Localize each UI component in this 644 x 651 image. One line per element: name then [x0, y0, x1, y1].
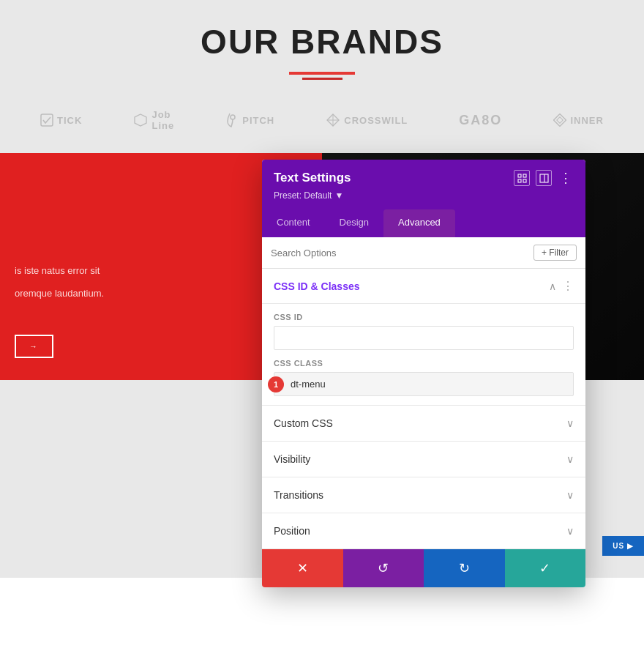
brands-row: TICK JobLine PITCH CROSSWILL GA8O INNER: [0, 94, 644, 146]
custom-css-title: Custom CSS: [274, 417, 333, 429]
svg-rect-11: [523, 179, 526, 182]
reset-icon: ↺: [378, 560, 389, 576]
crosswill-icon: [326, 113, 340, 127]
brand-inner-label: INNER: [570, 115, 603, 126]
preset-label: Preset: Default: [274, 190, 332, 201]
filter-label: + Filter: [542, 248, 569, 258]
svg-rect-6: [554, 114, 566, 127]
css-class-label: CSS Class: [274, 359, 574, 368]
visibility-title: Visibility: [274, 453, 310, 465]
settings-panel: Text Settings ⋮ Preset: Default ▼ Conten…: [262, 160, 585, 587]
save-icon: ✓: [539, 560, 550, 576]
svg-rect-8: [518, 174, 521, 177]
brand-jobline: JobLine: [133, 109, 174, 131]
css-section-dots[interactable]: ⋮: [562, 279, 574, 293]
section-header-icons: ∧ ⋮: [549, 279, 574, 293]
svg-rect-9: [523, 174, 526, 177]
expand-icon[interactable]: [514, 170, 530, 186]
position-chevron: ∨: [566, 525, 574, 537]
visibility-chevron: ∨: [566, 453, 574, 465]
custom-css-header[interactable]: Custom CSS ∨: [262, 406, 585, 441]
panel-title: Text Settings: [274, 171, 351, 185]
brand-pitch-label: PITCH: [242, 115, 274, 126]
css-id-classes-header[interactable]: CSS ID & Classes ∧ ⋮: [262, 269, 585, 304]
brand-pitch: PITCH: [225, 112, 274, 128]
panel-preset[interactable]: Preset: Default ▼: [274, 190, 574, 201]
svg-rect-10: [518, 179, 521, 182]
css-class-badge: 1: [268, 376, 284, 393]
css-class-input[interactable]: [274, 372, 574, 396]
panel-header: Text Settings ⋮ Preset: Default ▼: [262, 160, 585, 209]
brand-inner: INNER: [553, 114, 603, 127]
red-panel-btn[interactable]: →: [15, 335, 53, 358]
visibility-section: Visibility ∨: [262, 442, 585, 477]
panel-tabs: Content Design Advanced: [262, 209, 585, 237]
layout-icon[interactable]: [536, 170, 552, 186]
css-class-wrapper: 1: [274, 372, 574, 396]
svg-marker-1: [135, 114, 146, 126]
brand-ga80: GA8O: [459, 113, 502, 128]
brand-crosswill-label: CROSSWILL: [344, 115, 408, 126]
css-id-classes-title: CSS ID & Classes: [274, 280, 360, 292]
redo-button[interactable]: ↻: [424, 549, 505, 587]
right-blue-btn[interactable]: US ▶: [602, 536, 644, 556]
page-title: OUR BRANDS: [0, 22, 644, 62]
css-id-classes-content: CSS ID CSS Class 1: [262, 304, 585, 406]
custom-css-section: Custom CSS ∨: [262, 406, 585, 442]
panel-search: + Filter: [262, 237, 585, 269]
visibility-header[interactable]: Visibility ∨: [262, 442, 585, 477]
brand-crosswill: CROSSWILL: [326, 113, 408, 127]
brand-ga80-label: GA8O: [459, 113, 502, 128]
search-input[interactable]: [271, 248, 533, 258]
reset-button[interactable]: ↺: [343, 549, 424, 587]
pitch-icon: [225, 112, 239, 128]
panel-header-top: Text Settings ⋮: [274, 170, 574, 186]
transitions-chevron: ∨: [566, 489, 574, 501]
css-id-input[interactable]: [274, 326, 574, 350]
tab-design[interactable]: Design: [325, 209, 383, 237]
css-id-classes-section: CSS ID & Classes ∧ ⋮ CSS ID CSS Class 1: [262, 269, 585, 406]
page-title-section: OUR BRANDS: [0, 0, 644, 94]
transitions-header[interactable]: Transitions ∨: [262, 477, 585, 513]
jobline-icon: [133, 113, 148, 127]
transitions-section: Transitions ∨: [262, 477, 585, 513]
transitions-title: Transitions: [274, 489, 323, 501]
panel-body: CSS ID & Classes ∧ ⋮ CSS ID CSS Class 1: [262, 269, 585, 549]
page-background: OUR BRANDS TICK JobLine PITCH CROSSWILL …: [0, 0, 644, 651]
bottom-white-area: [0, 578, 644, 651]
position-header[interactable]: Position ∨: [262, 513, 585, 548]
svg-rect-0: [41, 114, 53, 126]
tick-icon: [40, 114, 53, 127]
position-title: Position: [274, 525, 310, 537]
panel-header-icons: ⋮: [514, 170, 574, 186]
brand-tick: TICK: [40, 114, 82, 127]
svg-point-2: [231, 115, 235, 119]
expand-svg: [517, 174, 527, 183]
preset-chevron: ▼: [334, 190, 343, 201]
cancel-button[interactable]: ✕: [262, 549, 343, 587]
position-section: Position ∨: [262, 513, 585, 549]
filter-button[interactable]: + Filter: [533, 245, 577, 261]
tab-content[interactable]: Content: [262, 209, 325, 237]
brand-jobline-label: JobLine: [151, 109, 174, 131]
inner-icon: [553, 114, 566, 127]
css-section-chevron-up: ∧: [549, 280, 556, 292]
custom-css-chevron: ∨: [566, 417, 574, 429]
title-underline-top: [289, 72, 355, 75]
redo-icon: ↻: [459, 560, 470, 576]
save-button[interactable]: ✓: [505, 549, 586, 587]
cancel-icon: ✕: [297, 560, 308, 576]
css-id-label: CSS ID: [274, 313, 574, 321]
tab-advanced[interactable]: Advanced: [383, 209, 455, 237]
title-underline-bottom: [302, 78, 342, 80]
layout-svg: [539, 174, 549, 183]
svg-rect-7: [557, 117, 563, 123]
panel-footer: ✕ ↺ ↻ ✓: [262, 549, 585, 587]
brand-tick-label: TICK: [57, 115, 82, 126]
more-icon[interactable]: ⋮: [558, 170, 574, 186]
